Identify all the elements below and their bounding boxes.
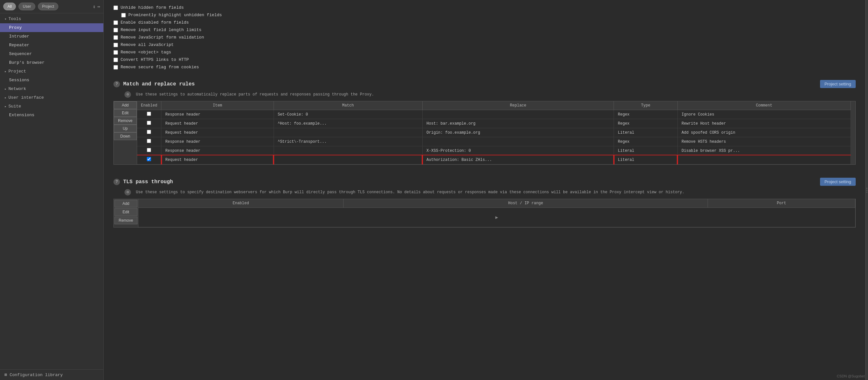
tls-help-icon[interactable]: ? [114, 179, 120, 185]
suite-arrow-icon: ▸ [4, 105, 6, 108]
checkbox-remove-js-validation-input[interactable] [114, 35, 118, 40]
row-item-cell: Request header [161, 128, 274, 137]
sidebar-item-intruder[interactable]: Intruder [0, 32, 103, 41]
row-comment-cell: Ignore Cookies [677, 110, 850, 119]
checkbox-unhide-hidden: Unhide hidden form fields [114, 4, 856, 11]
checkbox-remove-object: Remove <object> tags [114, 48, 856, 56]
sidebar-item-sequencer[interactable]: Sequencer [0, 49, 103, 58]
row-match-cell [274, 156, 422, 165]
row-replace-cell [422, 110, 614, 119]
tls-title: ? TLS pass through [114, 179, 173, 185]
match-replace-project-setting-btn[interactable]: Project setting [820, 80, 856, 88]
table-row[interactable]: Response headerX-XSS-Protection: 0Litera… [137, 146, 851, 156]
checkbox-remove-all-js-input[interactable] [114, 43, 118, 47]
sidebar-section-tools[interactable]: ▾ Tools [0, 14, 103, 23]
checkbox-remove-length-input[interactable] [114, 28, 118, 32]
checkbox-enable-disabled-label: Enable disabled form fields [121, 20, 189, 25]
row-enabled-checkbox[interactable] [147, 130, 151, 134]
checkbox-unhide-hidden-input[interactable] [114, 5, 118, 10]
sidebar-section-project[interactable]: ▸ Project [0, 67, 103, 76]
checkbox-convert-https-label: Convert HTTPS links to HTTP [121, 57, 189, 62]
row-type-cell: Literal [614, 156, 677, 165]
match-replace-table: Enabled Item Match Replace Type Comment … [137, 101, 851, 165]
row-replace-cell: Authorization: Basic ZHls... [422, 156, 614, 165]
row-enabled-cell [137, 137, 161, 146]
sidebar-item-extensions[interactable]: Extensions [0, 111, 103, 119]
checkbox-section: Unhide hidden form fields Prominently hi… [104, 0, 865, 75]
table-row[interactable]: Response header^Strict\-Transport...Rege… [137, 137, 851, 146]
col-item: Item [161, 101, 274, 110]
row-type-cell: Literal [614, 128, 677, 137]
sidebar-item-proxy[interactable]: Proxy [0, 23, 103, 32]
checkbox-enable-disabled-input[interactable] [114, 21, 118, 25]
table-row[interactable]: Response headerSet-Cookie: 0RegexIgnore … [137, 110, 851, 119]
filter-project[interactable]: Project [38, 3, 58, 10]
match-replace-table-outer: Add Edit Remove Up Down Enabled Item Mat… [114, 101, 856, 165]
sidebar-item-repeater[interactable]: Repeater [0, 41, 103, 49]
match-replace-title: ? Match and replace rules [114, 81, 195, 88]
row-replace-cell: X-XSS-Protection: 0 [422, 146, 614, 156]
row-enabled-checkbox[interactable] [147, 139, 151, 143]
expand-icon[interactable]: ⇕ [93, 4, 95, 9]
row-comment-cell: Remove HSTS headers [677, 137, 850, 146]
col-replace: Replace [422, 101, 614, 110]
tls-title-text: TLS pass through [123, 179, 173, 185]
match-replace-desc: ⚙ Use these settings to automatically re… [104, 90, 865, 101]
match-replace-edit-btn[interactable]: Edit [114, 109, 137, 117]
sidebar-section-network[interactable]: ▸ Network [0, 84, 103, 93]
config-library[interactable]: ⊞ Configuration library [0, 369, 103, 380]
row-enabled-cell [137, 110, 161, 119]
checkbox-prominently-highlight-input[interactable] [121, 13, 126, 18]
match-replace-up-btn[interactable]: Up [114, 125, 137, 132]
checkbox-remove-secure-label: Remove secure flag from cookies [121, 65, 199, 70]
row-item-cell: Response header [161, 146, 274, 156]
row-enabled-checkbox[interactable] [147, 121, 151, 125]
tools-arrow-icon: ▾ [4, 17, 6, 21]
match-replace-header: ? Match and replace rules Project settin… [104, 75, 865, 90]
sidebar-section-user-interface[interactable]: ▸ User interface [0, 93, 103, 102]
row-item-cell: Request header [161, 156, 274, 165]
collapse-icon[interactable]: ⇔ [98, 4, 100, 9]
table-row[interactable]: Request header^Host: foo.example...Host:… [137, 119, 851, 128]
user-interface-label: User interface [8, 95, 44, 100]
right-resize-handle[interactable] [865, 0, 868, 380]
filter-all[interactable]: All [3, 3, 16, 10]
filter-user[interactable]: User [19, 3, 35, 10]
checkbox-unhide-hidden-label: Unhide hidden form fields [121, 5, 184, 10]
match-replace-scrollbar[interactable] [851, 101, 855, 165]
match-replace-help-icon[interactable]: ? [114, 81, 120, 88]
sidebar-section-suite[interactable]: ▸ Suite [0, 102, 103, 111]
row-enabled-cell [137, 146, 161, 156]
tls-gear-icon: ⚙ [124, 189, 131, 196]
match-replace-add-btn[interactable]: Add [114, 101, 137, 109]
table-row[interactable]: Request headerAuthorization: Basic ZHls.… [137, 156, 851, 165]
tls-desc: ⚙ Use these settings to specify destinat… [104, 188, 865, 199]
row-type-cell: Regex [614, 110, 677, 119]
table-row[interactable]: Request headerOrigin: foo.example.orgLit… [137, 128, 851, 137]
match-replace-down-btn[interactable]: Down [114, 132, 137, 140]
row-comment-cell: Add spoofed CORS origin [677, 128, 850, 137]
row-enabled-checkbox[interactable] [147, 157, 151, 161]
edge-dot-2 [866, 190, 867, 191]
tls-add-btn[interactable]: Add [115, 200, 137, 207]
sidebar-icon-group: ⇕ ⇔ [93, 4, 100, 9]
row-type-cell: Literal [614, 146, 677, 156]
row-match-cell [274, 146, 422, 156]
tls-edit-btn[interactable]: Edit [115, 208, 137, 216]
tls-remove-btn[interactable]: Remove [115, 216, 137, 224]
row-comment-cell: Disable browser XSS pr... [677, 146, 850, 156]
sidebar-item-burps-browser[interactable]: Burp's browser [0, 58, 103, 67]
match-replace-remove-btn[interactable]: Remove [114, 117, 137, 125]
row-type-cell: Regex [614, 137, 677, 146]
tls-col-port: Port [708, 199, 855, 208]
project-arrow-icon: ▸ [4, 70, 6, 73]
checkbox-remove-secure-input[interactable] [114, 65, 118, 70]
checkbox-convert-https-input[interactable] [114, 58, 118, 62]
checkbox-remove-object-input[interactable] [114, 50, 118, 55]
row-enabled-checkbox[interactable] [147, 112, 151, 116]
suite-label: Suite [8, 104, 21, 109]
tls-project-setting-btn[interactable]: Project setting [820, 178, 856, 186]
row-enabled-checkbox[interactable] [147, 148, 151, 152]
checkbox-enable-disabled: Enable disabled form fields [114, 19, 856, 26]
sidebar-item-sessions[interactable]: Sessions [0, 76, 103, 84]
